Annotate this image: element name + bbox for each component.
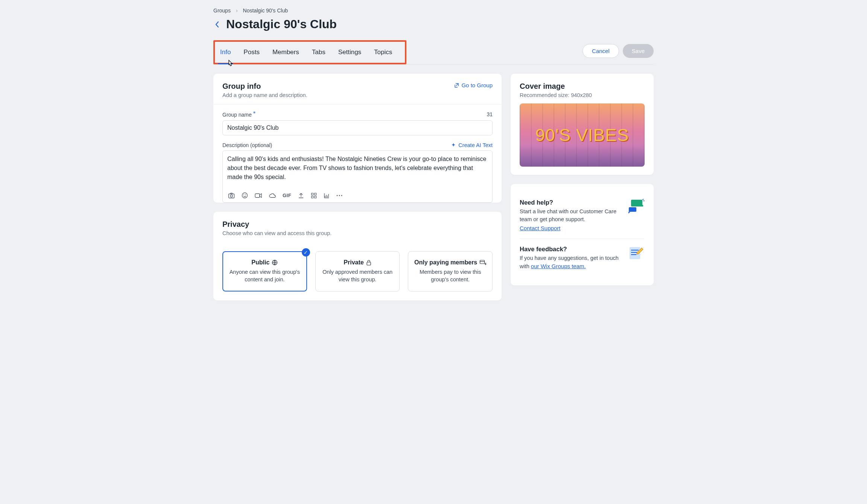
upload-icon[interactable] — [298, 193, 304, 199]
chevron-right-icon: › — [236, 8, 238, 14]
tab-info[interactable]: Info — [220, 49, 231, 56]
svg-point-3 — [243, 194, 244, 195]
wix-groups-team-link[interactable]: our Wix Groups team. — [531, 262, 586, 270]
save-button[interactable]: Save — [623, 44, 654, 58]
camera-icon[interactable] — [228, 193, 235, 199]
notepad-pencil-icon — [627, 246, 645, 270]
cover-subtext: Recommended size: 940x280 — [520, 92, 645, 98]
support-card: Need help? Start a live chat with our Cu… — [511, 184, 654, 285]
rich-text-toolbar: GIF — [223, 188, 492, 202]
group-info-card: Group info Add a group name and descript… — [213, 74, 502, 203]
svg-rect-18 — [629, 207, 636, 212]
create-ai-text-link[interactable]: Create AI Text — [451, 142, 493, 148]
description-label: Description (optional) — [222, 142, 272, 148]
chat-bubbles-icon — [627, 199, 645, 232]
group-info-heading: Group info — [222, 82, 307, 91]
pointer-cursor-icon — [226, 59, 235, 70]
tab-posts[interactable]: Posts — [243, 49, 260, 56]
svg-rect-17 — [631, 200, 642, 206]
globe-icon — [272, 260, 278, 266]
tab-tabs[interactable]: Tabs — [312, 49, 326, 56]
privacy-option-public[interactable]: ✓ Public Anyone can view this group's co… — [222, 251, 307, 291]
paid-card-icon: $ — [479, 260, 486, 266]
sparkle-icon — [451, 143, 456, 148]
tab-members[interactable]: Members — [272, 49, 299, 56]
svg-rect-9 — [315, 196, 316, 198]
feedback-heading: Have feedback? — [520, 246, 621, 253]
svg-point-12 — [341, 195, 342, 196]
group-info-subtext: Add a group name and description. — [222, 92, 307, 98]
privacy-subtext: Choose who can view and access this grou… — [222, 230, 493, 236]
cover-image-preview[interactable]: 90'S VIBES — [520, 103, 645, 167]
cloud-icon[interactable] — [269, 193, 276, 198]
page-title: Nostalgic 90's Club — [226, 17, 337, 31]
group-name-charcount: 31 — [487, 111, 493, 118]
tab-topics[interactable]: Topics — [374, 49, 392, 56]
svg-rect-8 — [312, 196, 313, 198]
feedback-body: If you have any suggestions, get in touc… — [520, 254, 621, 270]
svg-text:$: $ — [485, 262, 486, 266]
back-chevron-icon[interactable] — [213, 21, 221, 28]
cover-image-card: Cover image Recommended size: 940x280 90… — [511, 74, 654, 175]
svg-point-11 — [339, 195, 340, 196]
chart-icon[interactable] — [324, 193, 330, 199]
svg-rect-14 — [367, 262, 371, 265]
privacy-card: Privacy Choose who can view and access t… — [213, 212, 502, 301]
svg-rect-6 — [312, 193, 313, 195]
privacy-heading: Privacy — [222, 220, 493, 229]
breadcrumb-root[interactable]: Groups — [213, 8, 231, 14]
contact-support-link[interactable]: Contact Support — [520, 225, 560, 231]
lock-icon — [366, 260, 371, 266]
video-icon[interactable] — [255, 193, 262, 198]
gif-icon[interactable]: GIF — [283, 193, 291, 198]
privacy-option-paying[interactable]: Only paying members $ Members pay to vie… — [408, 251, 493, 291]
svg-point-10 — [337, 195, 338, 196]
svg-rect-0 — [229, 194, 234, 198]
help-heading: Need help? — [520, 199, 621, 206]
cover-banner-text: 90'S VIBES — [535, 125, 629, 145]
emoji-icon[interactable] — [242, 192, 248, 199]
breadcrumb-current: Nostalgic 90's Club — [243, 8, 288, 14]
breadcrumb: Groups › Nostalgic 90's Club — [213, 8, 654, 14]
svg-rect-7 — [315, 193, 316, 195]
svg-point-1 — [230, 195, 233, 197]
privacy-option-private[interactable]: Private Only approved members can view t… — [315, 251, 400, 291]
svg-point-2 — [242, 193, 248, 198]
description-textarea[interactable]: Calling all 90's kids and enthusiasts! T… — [223, 151, 492, 187]
grid-icon[interactable] — [311, 193, 317, 199]
svg-rect-5 — [255, 194, 260, 197]
go-to-group-link[interactable]: Go to Group — [454, 82, 493, 88]
external-link-icon — [454, 83, 459, 88]
tabs-highlight-box: Info Posts Members Tabs Settings Topics — [213, 40, 406, 64]
help-body: Start a live chat with our Customer Care… — [520, 208, 621, 223]
group-name-input[interactable] — [222, 120, 493, 135]
check-icon: ✓ — [302, 248, 310, 257]
svg-point-4 — [245, 194, 246, 195]
group-name-label: Group name — [222, 112, 252, 118]
svg-rect-15 — [480, 260, 485, 264]
more-icon[interactable] — [336, 195, 342, 196]
cancel-button[interactable]: Cancel — [583, 44, 619, 58]
required-asterisk-icon: * — [253, 111, 256, 117]
cover-heading: Cover image — [520, 82, 645, 91]
tab-settings[interactable]: Settings — [338, 49, 361, 56]
